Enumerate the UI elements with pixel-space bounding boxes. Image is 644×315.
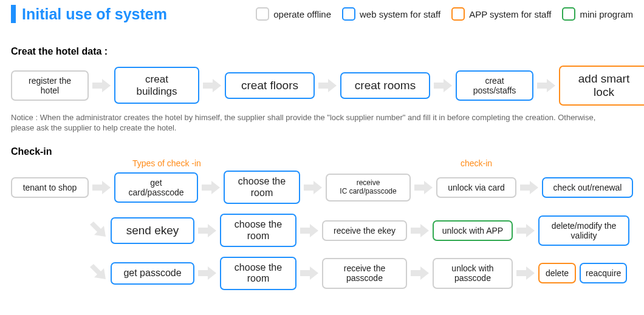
swatch-mini-icon <box>562 7 575 21</box>
legend: operate offline web system for staff APP… <box>256 7 633 21</box>
row3-delete: delete <box>538 263 576 283</box>
row1-unlock: unlock via card <box>436 177 516 198</box>
row3-reacquire: reacquire <box>580 263 627 283</box>
step-tenant-label: tenant to shop <box>23 183 77 192</box>
row1-choose-label: choose theroom <box>238 176 286 198</box>
arrow-right-icon <box>519 181 540 194</box>
arrow-right-icon <box>299 266 320 280</box>
step-rooms-label: creat rooms <box>355 79 416 92</box>
indent-arrow <box>11 218 108 243</box>
arrow-right-icon <box>202 79 222 92</box>
arrow-right-icon <box>303 181 323 194</box>
step-register: register thehotel <box>11 70 89 101</box>
arrow-right-icon <box>299 224 320 237</box>
checkin-row1: tenant to shop getcard/passcode choose t… <box>11 171 633 204</box>
arrow-right-icon <box>536 79 557 92</box>
row1-checkout: check out/renewal <box>542 177 633 198</box>
legend-mini: mini program <box>562 7 633 21</box>
checkin-labels: Types of check -in check-in <box>11 160 633 171</box>
arrow-right-icon <box>413 181 434 194</box>
legend-app: APP system for staff <box>451 7 551 21</box>
step-addlock-label: add smart lock <box>570 72 638 99</box>
legend-web: web system for staff <box>342 7 440 21</box>
legend-offline: operate offline <box>256 7 331 21</box>
legend-offline-label: operate offline <box>273 9 331 19</box>
row3-get-label: get passcode <box>123 268 181 279</box>
label-types: Types of check -in <box>132 158 201 168</box>
row2-unlock: unlock with APP <box>433 220 513 241</box>
section1-notice: Notice : When the administrator creates … <box>11 113 618 134</box>
row1-receive: receiveIC card/passcode <box>326 174 411 202</box>
arrow-right-icon <box>433 79 453 92</box>
label-checkin: check-in <box>461 158 492 168</box>
hotel-data-flow: register thehotel creat buildings creat … <box>11 66 633 106</box>
title-wrap: Initial use of system <box>11 5 167 23</box>
swatch-offline-icon <box>256 7 269 21</box>
step-addlock: add smart lock <box>559 66 644 106</box>
row3-reacquire-label: reacquire <box>586 268 621 278</box>
arrow-right-icon <box>197 224 218 237</box>
row3-receive: receive thepasscode <box>322 258 407 288</box>
row3-unlock-label: unlock withpasscode <box>451 263 493 283</box>
row2-receive: receive the ekey <box>322 220 407 241</box>
row2-choose-label: choose theroom <box>235 219 282 242</box>
row3-receive-label: receive thepasscode <box>344 263 385 283</box>
row2-choose: choose theroom <box>220 214 296 247</box>
header: Initial use of system operate offline we… <box>11 0 633 23</box>
step-buildings: creat buildings <box>114 67 199 104</box>
legend-mini-label: mini program <box>580 9 633 19</box>
arrow-right-icon <box>515 266 536 280</box>
row3-end-pair: delete reacquire <box>538 263 627 283</box>
arrow-right-icon <box>515 224 536 237</box>
row3-delete-label: delete <box>546 268 569 278</box>
swatch-app-icon <box>451 7 465 21</box>
row2-send-label: send ekey <box>126 224 179 237</box>
checkin-row3: get passcode choose theroom receive thep… <box>11 257 633 290</box>
step-floors-label: creat floors <box>241 79 298 92</box>
arrow-right-icon <box>197 266 218 280</box>
step-tenant: tenant to shop <box>11 177 89 198</box>
arrow-right-icon <box>91 79 112 92</box>
step-posts: creatposts/staffs <box>456 70 533 101</box>
arrow-diag-icon <box>87 218 108 243</box>
step-floors: creat floors <box>225 72 315 99</box>
step-rooms: creat rooms <box>340 72 430 99</box>
legend-web-label: web system for staff <box>360 9 440 19</box>
indent-arrow <box>11 261 108 285</box>
row2-delete: delete/modify thevalidity <box>538 215 629 246</box>
arrow-right-icon <box>409 224 430 237</box>
row3-choose: choose theroom <box>220 257 296 290</box>
legend-app-label: APP system for staff <box>469 9 551 19</box>
arrow-right-icon <box>317 79 338 92</box>
step-buildings-label: creat buildings <box>124 73 190 97</box>
row3-unlock: unlock withpasscode <box>433 258 513 288</box>
row1-receive-label: receiveIC card/passcode <box>340 179 396 196</box>
row3-get: get passcode <box>111 262 194 284</box>
step-posts-label: creatposts/staffs <box>473 76 516 95</box>
row2-delete-label: delete/modify thevalidity <box>552 221 617 240</box>
row1-get: getcard/passcode <box>114 172 198 203</box>
row3-choose-label: choose theroom <box>235 262 282 285</box>
row1-unlock-label: unlock via card <box>448 183 504 192</box>
checkin-row2: send ekey choose theroom receive the eke… <box>11 214 633 247</box>
row1-choose: choose theroom <box>224 171 300 204</box>
arrow-diag-icon <box>87 261 108 285</box>
arrow-right-icon <box>409 266 430 280</box>
arrow-right-icon <box>200 181 221 194</box>
arrow-right-icon <box>91 181 112 194</box>
row1-get-label: getcard/passcode <box>128 178 183 197</box>
page-title: Initial use of system <box>22 5 167 23</box>
step-register-label: register thehotel <box>29 76 71 95</box>
title-accent-bar <box>11 5 16 23</box>
row2-receive-label: receive the ekey <box>334 226 396 235</box>
row1-checkout-label: check out/renewal <box>553 183 622 192</box>
swatch-web-icon <box>342 7 355 21</box>
section2-heading: Check-in <box>11 146 633 157</box>
section1-heading: Creat the hotel data : <box>11 46 633 57</box>
row2-unlock-label: unlock with APP <box>442 226 503 235</box>
row2-send: send ekey <box>111 217 194 244</box>
